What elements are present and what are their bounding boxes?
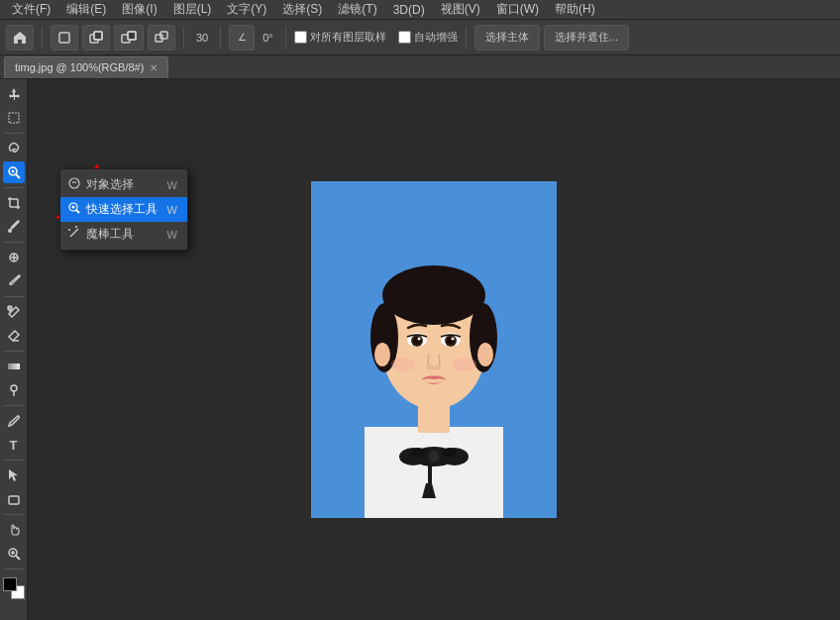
select-subject-button[interactable]: 选择主体: [474, 25, 540, 51]
lasso-tool[interactable]: [3, 138, 25, 159]
context-menu-item-object-select[interactable]: 对象选择 W: [60, 172, 187, 197]
main-area: T: [0, 79, 840, 620]
brush-tool[interactable]: [3, 270, 25, 292]
svg-line-74: [70, 229, 78, 237]
healing-brush-tool[interactable]: [3, 247, 25, 268]
context-shortcut-2: W: [167, 204, 177, 216]
svg-point-70: [69, 178, 79, 188]
menu-edit[interactable]: 编辑(E): [58, 0, 114, 19]
tool-sep-1: [4, 133, 24, 134]
document-tab[interactable]: timg.jpg @ 100%(RGB/8#) ✕: [4, 56, 168, 78]
svg-rect-5: [128, 32, 136, 40]
svg-line-12: [16, 174, 20, 178]
gradient-tool[interactable]: [3, 356, 25, 377]
menu-view[interactable]: 视图(V): [433, 0, 488, 19]
pen-tool[interactable]: [3, 410, 25, 432]
left-toolbar: T: [0, 79, 28, 620]
sample-all-layers-checkbox[interactable]: 对所有图层取样: [294, 30, 386, 45]
auto-enhance-checkbox[interactable]: 自动增强: [398, 30, 458, 45]
tab-label: timg.jpg @ 100%(RGB/8#): [15, 61, 144, 73]
tool-sep-3: [4, 242, 24, 243]
toolbar-separator-5: [466, 27, 467, 49]
svg-point-61: [426, 365, 434, 370]
tool-sep-2: [4, 187, 24, 188]
tool-sep-4: [4, 296, 24, 297]
color-swatches[interactable]: [3, 577, 25, 599]
path-selection-tool[interactable]: [3, 465, 25, 486]
svg-point-66: [453, 358, 476, 371]
brush-size-label: 30: [192, 32, 212, 44]
subtract-selection-button[interactable]: [114, 25, 144, 51]
tool-sep-5: [4, 351, 24, 352]
menu-window[interactable]: 窗口(W): [488, 0, 547, 19]
tool-sep-6: [4, 405, 24, 406]
svg-rect-0: [59, 33, 69, 43]
context-menu-item-quick-select[interactable]: 快速选择工具 W: [60, 197, 187, 222]
menu-filter[interactable]: 滤镜(T): [330, 0, 384, 19]
context-shortcut-3: W: [167, 229, 177, 241]
canvas-area[interactable]: 对象选择 W 快速选择工具 W: [28, 79, 840, 620]
svg-point-44: [411, 448, 425, 458]
svg-point-63: [374, 343, 390, 366]
svg-line-32: [16, 556, 20, 560]
text-tool[interactable]: T: [3, 434, 25, 456]
home-button[interactable]: [6, 25, 34, 51]
toolbar-separator-3: [220, 27, 221, 49]
options-toolbar: 30 ∠ 0° 对所有图层取样 自动增强 选择主体 选择并遮住...: [0, 20, 840, 55]
new-selection-button[interactable]: [51, 25, 78, 51]
add-selection-button[interactable]: [82, 25, 110, 51]
menu-image[interactable]: 图像(I): [114, 0, 164, 19]
context-item-label-3: 魔棒工具: [86, 226, 134, 243]
tab-bar: timg.jpg @ 100%(RGB/8#) ✕: [0, 55, 840, 79]
context-menu-item-magic-wand[interactable]: 魔棒工具 W: [60, 222, 187, 247]
tool-sep-9: [4, 568, 24, 569]
menu-file[interactable]: 文件(F): [4, 0, 58, 19]
menu-select[interactable]: 选择(S): [274, 0, 330, 19]
svg-point-65: [391, 358, 415, 371]
intersect-selection-button[interactable]: [148, 25, 175, 51]
menu-bar: 文件(F) 编辑(E) 图像(I) 图层(L) 文字(Y) 选择(S) 滤镜(T…: [0, 0, 840, 20]
svg-line-73: [76, 210, 79, 213]
menu-layer[interactable]: 图层(L): [165, 0, 220, 19]
svg-point-72: [72, 206, 75, 209]
svg-rect-30: [9, 496, 19, 504]
quick-select-icon: [66, 201, 82, 218]
svg-rect-2: [94, 32, 102, 40]
menu-3d[interactable]: 3D(D): [385, 0, 433, 19]
svg-point-45: [443, 448, 457, 458]
foreground-color-swatch[interactable]: [3, 577, 17, 591]
zoom-tool[interactable]: [3, 543, 25, 565]
menu-help[interactable]: 帮助(H): [547, 0, 603, 19]
tab-close-button[interactable]: ✕: [150, 62, 158, 73]
svg-rect-26: [8, 363, 20, 369]
quick-select-tool[interactable]: [3, 161, 25, 183]
tool-sep-8: [4, 514, 24, 515]
context-menu: 对象选择 W 快速选择工具 W: [59, 168, 188, 251]
svg-rect-36: [365, 427, 503, 518]
svg-rect-10: [9, 113, 19, 123]
angle-icon[interactable]: ∠: [229, 25, 255, 51]
toolbar-separator-2: [183, 27, 184, 49]
svg-point-64: [477, 343, 493, 366]
context-item-label-2: 快速选择工具: [86, 201, 158, 218]
shape-tool[interactable]: [3, 488, 25, 510]
svg-marker-29: [9, 469, 18, 481]
move-tool[interactable]: [3, 83, 25, 105]
hand-tool[interactable]: [3, 519, 25, 541]
clone-stamp-tool[interactable]: [3, 301, 25, 323]
toolbar-separator-1: [42, 27, 43, 49]
context-item-label-1: 对象选择: [86, 176, 134, 193]
select-and-mask-button[interactable]: 选择并遮住...: [544, 25, 629, 51]
svg-point-56: [418, 338, 421, 341]
dodge-tool[interactable]: [3, 379, 25, 401]
menu-type[interactable]: 文字(Y): [219, 0, 274, 19]
crop-tool[interactable]: [3, 192, 25, 214]
marquee-tool[interactable]: [3, 107, 25, 129]
svg-marker-9: [9, 88, 20, 100]
svg-point-13: [11, 170, 14, 173]
eraser-tool[interactable]: [3, 325, 25, 347]
eyedropper-tool[interactable]: [3, 216, 25, 238]
svg-point-62: [434, 365, 442, 370]
object-select-icon: [66, 176, 82, 193]
context-shortcut-1: W: [167, 179, 177, 191]
